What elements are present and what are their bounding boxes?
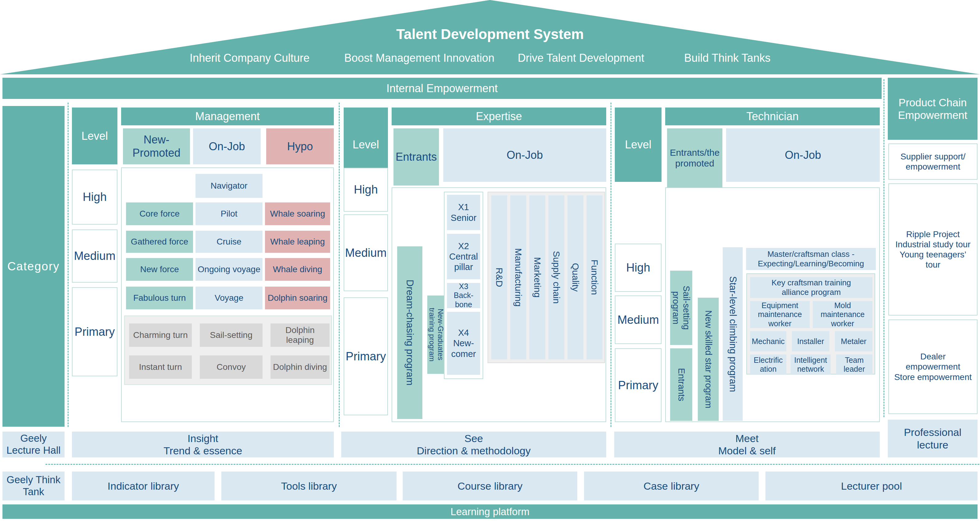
- expertise-dept-marketing: Marketing: [529, 195, 545, 359]
- talent-development-diagram: Talent Development System Inherit Compan…: [0, 0, 980, 521]
- technician-level-primary: Primary: [615, 348, 662, 422]
- divider-technician-productchain: [883, 79, 885, 417]
- technician-level-high: High: [615, 244, 662, 292]
- management-cell: Fabulous turn: [126, 287, 193, 309]
- roof-pillar-innovation: Boost Management Innovation: [344, 52, 494, 65]
- learning-platform-banner: Learning platform: [2, 504, 978, 519]
- management-cell: Voyage: [196, 287, 262, 309]
- technician-star-level-bar: Star-level climbing program: [723, 247, 743, 421]
- category-block: Category: [2, 106, 65, 427]
- technician-new-star-bar: New skilled star program: [698, 298, 719, 421]
- expertise-dream-program-bar: Dream-chasing program: [397, 246, 422, 419]
- expertise-x3-backbone: X3 Back- bone: [447, 283, 480, 308]
- technician-header: Technician: [665, 108, 880, 125]
- expertise-level-primary: Primary: [344, 297, 388, 415]
- expertise-entrants-header: Entrants: [393, 129, 439, 186]
- management-cell: Ongoing voyage: [196, 258, 262, 281]
- product-chain-dealer-box: Dealer empowerment Store empowerment: [888, 319, 978, 414]
- management-cell: Whale leaping: [265, 231, 330, 253]
- geely-lecture-hall: Geely Lecture Hall: [2, 432, 65, 457]
- management-cell: Gathered force: [126, 231, 193, 253]
- technician-level-medium: Medium: [615, 295, 662, 344]
- divider-lecture-thinktank: [46, 464, 979, 465]
- expertise-departments-container: R&D Manufacturing Marketing Supply chain…: [488, 192, 605, 363]
- expertise-dept-manufacturing: Manufacturing: [510, 195, 526, 359]
- management-cell: Pilot: [196, 202, 262, 225]
- expertise-dept-quality: Quality: [568, 195, 584, 359]
- management-col-hypo: Hypo: [266, 129, 334, 164]
- management-gray-cell: Dolphin diving: [270, 356, 329, 379]
- internal-empowerment-banner: Internal Empowerment: [2, 78, 881, 99]
- divider-management-expertise: [339, 103, 340, 427]
- product-chain-ripple-box: Ripple Project Industrial study tour You…: [888, 183, 978, 316]
- product-chain-header: Product Chain Empowerment: [888, 78, 978, 140]
- technician-content: Sail-setting program Entrants New skille…: [665, 187, 880, 422]
- technician-on-job-header: On-Job: [726, 129, 880, 182]
- management-gray-cell: Instant turn: [129, 356, 192, 379]
- management-cell: Cruise: [196, 231, 262, 253]
- management-header: Management: [121, 108, 334, 125]
- expertise-content: Dream-chasing program New-Graduates trai…: [391, 187, 606, 422]
- technician-entrants-bar: Entrants: [670, 348, 692, 421]
- management-level-header: Level: [72, 108, 118, 164]
- management-content: Navigator Core force Pilot Whale soaring…: [121, 167, 334, 422]
- expertise-dept-rnd: R&D: [491, 195, 507, 359]
- management-gray-cell: Dolphin leaping: [270, 324, 329, 347]
- expertise-x1-senior: X1 Senior: [447, 195, 480, 230]
- management-cell: Whale diving: [265, 258, 330, 281]
- professional-lecture: Professional lecture: [888, 419, 978, 457]
- library-indicator: Indicator library: [72, 472, 215, 500]
- divider-expertise-technician: [611, 103, 611, 427]
- management-cell: Dolphin soaring: [265, 287, 330, 309]
- management-primary-group: Charming turn Sail-setting Dolphin leapi…: [124, 316, 332, 385]
- management-cell: Core force: [126, 202, 193, 225]
- roof-pillar-culture: Inherit Company Culture: [190, 52, 310, 65]
- expertise-on-job-header: On-Job: [443, 129, 606, 182]
- expertise-header: Expertise: [391, 108, 606, 125]
- expertise-dept-function: Function: [587, 195, 603, 359]
- expertise-x4-newcomer: X4 New- comer: [447, 312, 480, 375]
- technician-entrants-header: Entrants/the promoted: [667, 129, 722, 187]
- technician-sail-setting-bar: Sail-setting program: [670, 271, 692, 345]
- library-course: Course library: [403, 472, 577, 500]
- lecture-meet: Meet Model & self: [614, 432, 880, 457]
- expertise-level-high: High: [344, 168, 388, 212]
- management-cell-navigator: Navigator: [196, 174, 262, 198]
- roof-pillar-thinktanks: Build Think Tanks: [684, 52, 771, 65]
- management-level-medium: Medium: [72, 229, 118, 283]
- expertise-x2-central-pillar: X2 Central pillar: [447, 234, 480, 279]
- technician-equipment-worker: Equipment maintenance worker: [750, 301, 810, 328]
- technician-alliance-program: Key craftsman training alliance program: [750, 277, 872, 298]
- management-col-new-promoted: New- Promoted: [123, 129, 190, 164]
- expertise-x-container: X1 Senior X2 Central pillar X3 Back- bon…: [444, 192, 483, 379]
- geely-think-tank: Geely Think Tank: [2, 472, 65, 500]
- lecture-insight: Insight Trend & essence: [72, 432, 334, 457]
- management-cell: New force: [126, 258, 193, 281]
- technician-craftsman-container: Key craftsman training alliance program …: [746, 273, 875, 375]
- lecture-see: See Direction & methodology: [341, 432, 606, 457]
- management-cell: Whale soaring: [265, 202, 330, 225]
- technician-role-team-leader: Team leader: [836, 354, 872, 375]
- roof-pillar-talent: Drive Talent Development: [518, 52, 644, 65]
- technician-level-header: Level: [615, 108, 662, 182]
- management-level-high: High: [72, 170, 118, 224]
- management-gray-cell: Convoy: [200, 356, 262, 379]
- product-chain-supplier-box: Supplier support/ empowerment: [888, 143, 978, 180]
- expertise-newgrad-program-bar: New-Graduates training program: [427, 295, 445, 374]
- management-col-on-job: On-Job: [193, 129, 261, 164]
- management-level-primary: Primary: [72, 287, 118, 376]
- technician-mold-worker: Mold maintenance worker: [813, 301, 872, 328]
- technician-master-class-box: Master/craftsman class - Expecting/Learn…: [746, 248, 876, 270]
- technician-role-installer: Installer: [792, 331, 829, 351]
- expertise-dept-supply-chain: Supply chain: [549, 195, 565, 359]
- library-tools: Tools library: [221, 472, 396, 500]
- library-case: Case library: [584, 472, 759, 500]
- library-lecturer-pool: Lecturer pool: [765, 472, 978, 500]
- roof-title: Talent Development System: [0, 26, 980, 42]
- divider-category-management: [68, 103, 68, 427]
- technician-role-metaler: Metaler: [835, 331, 872, 351]
- expertise-level-medium: Medium: [344, 214, 388, 291]
- technician-role-electrification: Electrific ation: [750, 354, 786, 375]
- management-gray-cell: Charming turn: [129, 324, 192, 347]
- management-gray-cell: Sail-setting: [200, 324, 262, 347]
